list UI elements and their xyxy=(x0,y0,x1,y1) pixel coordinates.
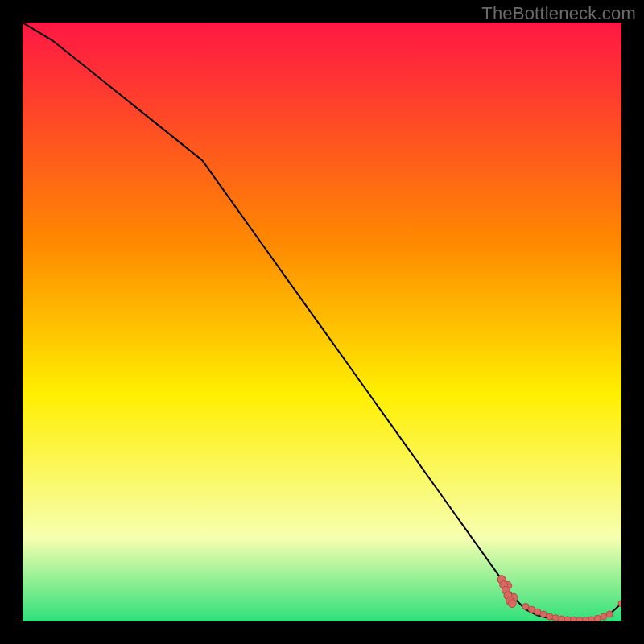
data-marker xyxy=(540,611,547,617)
data-marker xyxy=(601,613,607,620)
plot-area xyxy=(23,23,621,621)
data-marker xyxy=(559,616,565,621)
data-marker xyxy=(528,606,535,613)
data-marker xyxy=(588,617,595,621)
data-marker xyxy=(508,600,516,608)
gradient-background xyxy=(23,23,621,621)
data-marker xyxy=(618,601,621,607)
chart-stage: TheBottleneck.com xyxy=(0,0,644,644)
data-marker xyxy=(606,611,613,617)
data-marker xyxy=(535,609,541,615)
data-marker xyxy=(570,617,576,621)
data-marker xyxy=(547,613,553,620)
data-marker xyxy=(576,617,583,621)
data-marker xyxy=(522,603,529,609)
chart-svg xyxy=(23,23,621,621)
watermark-text: TheBottleneck.com xyxy=(481,3,636,24)
data-marker xyxy=(552,615,559,621)
data-marker xyxy=(564,617,571,621)
data-marker xyxy=(582,617,588,621)
data-marker xyxy=(594,615,601,621)
